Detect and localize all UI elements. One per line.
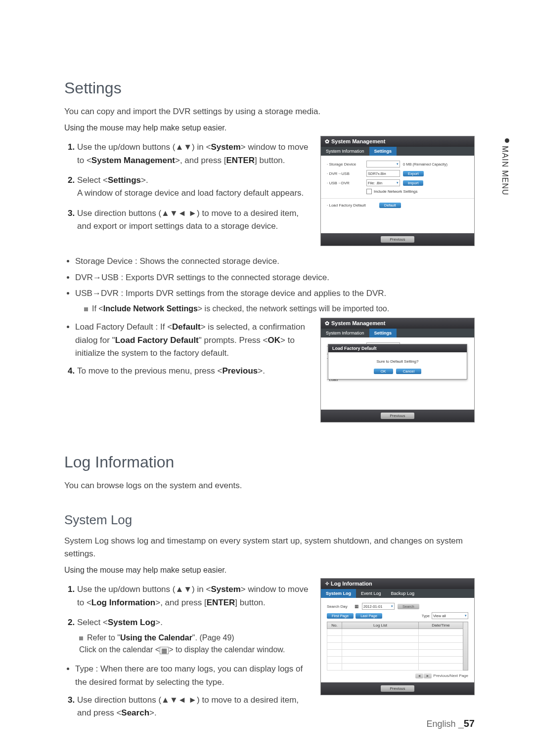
search-day-field[interactable]: 2012-01-01▾ bbox=[362, 603, 395, 610]
step-1: Use the up/down buttons (▲▼) in <System>… bbox=[77, 141, 312, 167]
last-page-button[interactable]: Last Page bbox=[356, 613, 382, 619]
gear-icon: ✿ bbox=[325, 138, 329, 144]
table-row bbox=[327, 664, 468, 671]
page-footer: English _57 bbox=[427, 718, 475, 729]
previous-button[interactable]: Previous bbox=[381, 413, 414, 419]
th-no: No. bbox=[327, 622, 342, 629]
system-log-intro: System Log shows log and timestamp on ev… bbox=[64, 535, 475, 561]
previous-button[interactable]: Previous bbox=[381, 685, 414, 692]
bullet-storage: Storage Device : Shows the connected sto… bbox=[75, 255, 475, 268]
next-page-button[interactable]: ► bbox=[424, 673, 432, 678]
bullet-type: Type : When there are too many logs, you… bbox=[75, 663, 312, 689]
side-tab: MAIN MENU bbox=[500, 138, 509, 196]
settings-intro2: Using the mouse may help make setup easi… bbox=[64, 122, 475, 134]
log-icon: ✧ bbox=[325, 581, 329, 587]
footer-page: _57 bbox=[458, 718, 475, 729]
calendar-icon[interactable]: ▦ bbox=[355, 604, 359, 609]
page-nav: ◄► Previous/Next Page bbox=[327, 673, 468, 678]
bullet-default: Load Factory Default : If <Default> is s… bbox=[75, 321, 312, 360]
cancel-button[interactable]: Cancel bbox=[396, 369, 421, 374]
subnote-network: If <Include Network Settings> is checked… bbox=[84, 303, 475, 315]
usb-dvr-label: · USB→DVR bbox=[327, 181, 363, 185]
step-2: Select <Settings>.A window of storage de… bbox=[77, 174, 312, 200]
dvr-confirm-window: ✿System Management System Information Se… bbox=[320, 318, 475, 422]
table-row bbox=[327, 629, 468, 636]
type-select[interactable]: View all▾ bbox=[432, 612, 468, 619]
log-step-3: Use direction buttons (▲▼◄ ►) to move to… bbox=[77, 694, 312, 720]
th-log-list: Log List bbox=[342, 622, 419, 629]
dvr-titlebar: ✿System Management bbox=[321, 318, 474, 329]
system-log-steps: Use the up/down buttons (▲▼) in <System>… bbox=[64, 583, 312, 656]
tab-system-information[interactable]: System Information bbox=[321, 329, 369, 337]
table-row bbox=[327, 636, 468, 643]
confirm-dialog-title: Load Factory Default bbox=[328, 344, 467, 352]
log-step-1: Use the up/down buttons (▲▼) in <System>… bbox=[77, 583, 312, 609]
usb-dvr-select[interactable]: File: .Bin▾ bbox=[366, 179, 400, 186]
settings-steps: Use the up/down buttons (▲▼) in <System>… bbox=[64, 141, 312, 233]
log-step-2: Select <System Log>. Refer to "Using the… bbox=[77, 616, 312, 656]
dvr-log-window: ✧ Log Information System Log Event Log B… bbox=[320, 578, 475, 695]
log-table: No. Log List Date/Time bbox=[327, 622, 468, 671]
tab-settings[interactable]: Settings bbox=[369, 329, 397, 337]
system-log-note: Using the mouse may help make setup easi… bbox=[64, 564, 475, 576]
tab-settings[interactable]: Settings bbox=[369, 147, 397, 156]
storage-device-label: · Storage Device bbox=[327, 162, 363, 167]
prev-page-button[interactable]: ◄ bbox=[415, 673, 423, 678]
tab-event-log[interactable]: Event Log bbox=[356, 589, 386, 598]
type-label: Type bbox=[422, 614, 430, 618]
ok-button[interactable]: OK bbox=[374, 369, 393, 374]
system-log-heading: System Log bbox=[64, 512, 475, 528]
settings-step4: To move to the previous menu, press <Pre… bbox=[64, 365, 312, 378]
footer-lang: English bbox=[427, 719, 456, 729]
confirm-dialog-message: Sure to Default Setting? bbox=[332, 359, 463, 364]
previous-button[interactable]: Previous bbox=[381, 236, 414, 243]
gear-icon: ✿ bbox=[325, 320, 329, 326]
side-tab-label: MAIN MENU bbox=[501, 146, 509, 196]
page-nav-label: Previous/Next Page bbox=[433, 673, 468, 678]
dvr-titlebar: ✧ Log Information bbox=[321, 579, 474, 589]
bullet-factory-default: Load Factory Default : If <Default> is s… bbox=[64, 321, 312, 360]
storage-device-select[interactable]: ▾ bbox=[366, 161, 400, 168]
settings-intro1: You can copy and import the DVR settings… bbox=[64, 105, 475, 118]
import-button[interactable]: Import bbox=[403, 180, 423, 186]
settings-bullets: Storage Device : Shows the connected sto… bbox=[64, 255, 475, 300]
log-information-heading: Log Information bbox=[64, 453, 475, 471]
load-factory-default-label: · Load Factory Default bbox=[327, 203, 376, 208]
default-button[interactable]: Default bbox=[379, 203, 401, 208]
bullet-usbdvr: USB→DVR : Imports DVR settings from the … bbox=[75, 287, 475, 300]
first-page-button[interactable]: First Page bbox=[327, 613, 354, 619]
table-row bbox=[327, 657, 468, 664]
tab-system-information[interactable]: System Information bbox=[321, 147, 369, 156]
storage-capacity: 0 MB (Remained Capacity) bbox=[403, 162, 447, 167]
step-3: Use direction buttons (▲▼◄ ►) to move to… bbox=[77, 207, 312, 233]
tab-system-log[interactable]: System Log bbox=[321, 589, 356, 598]
confirm-dialog: Load Factory Default Sure to Default Set… bbox=[328, 344, 467, 379]
dvr-settings-window: ✿System Management System Information Se… bbox=[320, 136, 475, 246]
settings-heading: Settings bbox=[64, 79, 475, 97]
search-day-label: Search Day bbox=[327, 604, 352, 609]
table-row bbox=[327, 650, 468, 657]
search-button[interactable]: Search bbox=[398, 604, 419, 609]
calendar-icon: ▦ bbox=[160, 647, 169, 654]
th-datetime: Date/Time bbox=[419, 622, 463, 629]
tab-backup-log[interactable]: Backup Log bbox=[386, 589, 420, 598]
export-button[interactable]: Export bbox=[403, 171, 424, 176]
dvr-titlebar: ✿System Management bbox=[321, 136, 474, 147]
dvr-usb-label: · DVR→USB bbox=[327, 171, 363, 176]
bullet-dvrusb: DVR→USB : Exports DVR settings to the co… bbox=[75, 271, 475, 284]
step-4: To move to the previous menu, press <Pre… bbox=[77, 365, 312, 378]
dvr-usb-field[interactable]: SDR7x.Bin bbox=[366, 170, 400, 177]
scrollbar[interactable] bbox=[463, 622, 468, 671]
include-network-checkbox[interactable]: Include Network Settings bbox=[366, 189, 468, 194]
table-row bbox=[327, 643, 468, 650]
log-information-intro: You can browse logs on the system and ev… bbox=[64, 479, 475, 492]
